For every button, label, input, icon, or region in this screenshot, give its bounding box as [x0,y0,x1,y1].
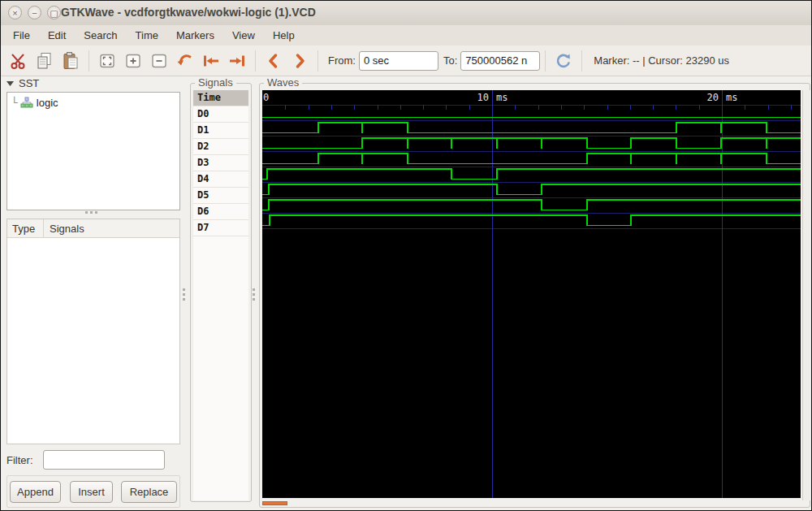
tree-item-label: logic [37,97,58,109]
menu-view[interactable]: View [223,27,264,44]
signals-frame-title: Signals [195,76,236,89]
sst-header-label: SST [19,77,39,89]
vertical-splitter-handle[interactable] [183,288,185,301]
toolbar-separator [581,50,582,71]
toolbar-separator [255,50,256,71]
to-start-icon[interactable] [201,50,222,71]
menu-bar: File Edit Search Time Markers View Help [1,25,811,45]
sst-tree[interactable]: └ logic [6,92,180,210]
svg-text:ms: ms [496,92,508,103]
signal-row-d5[interactable]: D5 [193,188,248,204]
column-header-type[interactable]: Type [7,219,44,237]
vertical-splitter-handle[interactable] [253,288,255,301]
tree-elbow: └ [11,97,18,109]
signal-row-d7[interactable]: D7 [193,220,248,236]
maximize-icon[interactable]: ▢ [47,6,61,19]
zoom-fit-icon[interactable] [97,50,118,71]
signal-row-d6[interactable]: D6 [193,204,248,220]
svg-text:0: 0 [263,92,269,103]
menu-markers[interactable]: Markers [167,27,223,44]
append-button[interactable]: Append [10,481,61,503]
menu-file[interactable]: File [4,27,39,44]
title-bar[interactable]: × − ▢ GTKWave - vcdforgtkwave/wokwi-logi… [1,1,811,26]
svg-text:20: 20 [707,92,719,103]
from-label: From: [328,54,356,67]
cut-icon[interactable] [8,50,29,71]
signal-row-d1[interactable]: D1 [193,123,248,139]
wave-vscrollbar[interactable] [802,90,811,500]
to-input[interactable] [460,51,540,71]
menu-search[interactable]: Search [75,27,126,44]
signal-row-d4[interactable]: D4 [193,171,248,188]
waves-frame-title: Waves [264,76,302,89]
table-header: Type Signals [7,219,179,238]
shift-left-icon[interactable] [263,50,284,71]
copy-icon[interactable] [34,50,55,71]
wave-canvas[interactable]: 010ms20ms [262,90,801,498]
svg-text:ms: ms [726,92,737,103]
tree-item-logic[interactable]: └ logic [11,97,58,109]
toolbar-separator [317,50,318,71]
toolbar-separator [89,50,89,71]
gtkwave-window: × − ▢ GTKWave - vcdforgtkwave/wokwi-logi… [0,0,812,511]
insert-button[interactable]: Insert [70,481,113,503]
wave-hscrollbar-thumb[interactable] [262,501,287,505]
shift-right-icon[interactable] [289,50,310,71]
signal-row-d2[interactable]: D2 [193,139,248,155]
column-header-signals[interactable]: Signals [44,223,84,235]
reload-icon[interactable] [553,50,574,71]
signal-row-time[interactable]: Time [193,90,248,106]
svg-text:10: 10 [477,92,489,103]
signal-row-d0[interactable]: D0 [193,106,248,123]
fetch-prev-icon[interactable] [175,50,196,71]
filter-input[interactable] [43,450,165,470]
menu-help[interactable]: Help [264,27,304,44]
paste-icon[interactable] [60,50,81,71]
from-input[interactable] [359,51,438,71]
window-title: GTKWave - vcdforgtkwave/wokwi-logic (1).… [61,6,316,19]
replace-button[interactable]: Replace [121,481,177,503]
horizontal-splitter-handle[interactable] [85,211,97,214]
toolbar-separator [545,50,546,71]
waveform-plot: 010ms20ms [262,90,801,498]
close-icon[interactable]: × [8,6,22,19]
signal-name-list[interactable]: Time D0 D1 D2 D3 D4 D5 D6 D7 [193,90,248,500]
zoom-out-icon[interactable] [149,50,170,71]
menu-time[interactable]: Time [127,27,167,44]
to-label: To: [443,54,457,67]
hierarchy-icon [20,97,33,109]
toolbar: From: To: Marker: -- | Cursor: 23290 us [1,45,811,76]
menu-edit[interactable]: Edit [39,27,75,44]
marker-cursor-status: Marker: -- | Cursor: 23290 us [594,54,729,67]
expander-triangle-icon [6,79,15,88]
zoom-in-icon[interactable] [123,50,144,71]
filter-label: Filter: [6,454,33,466]
signal-row-d3[interactable]: D3 [193,155,248,171]
minimize-icon[interactable]: − [28,6,41,19]
type-signals-table[interactable]: Type Signals [6,219,180,444]
to-end-icon[interactable] [227,50,248,71]
sst-expander[interactable]: SST [6,77,39,89]
